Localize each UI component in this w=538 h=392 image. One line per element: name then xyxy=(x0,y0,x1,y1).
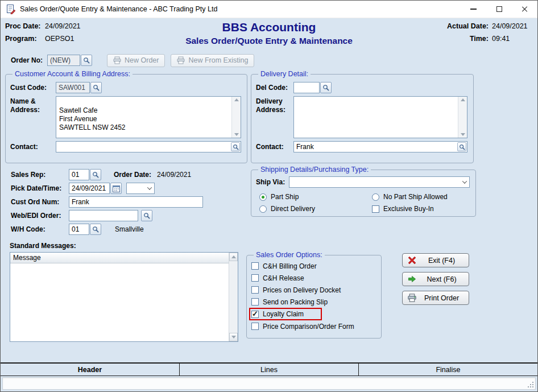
exclusive-buy-in-checkbox[interactable]: Exclusive Buy-In xyxy=(372,205,470,213)
scroll-up-button[interactable] xyxy=(229,253,238,261)
no-part-ship-radio[interactable]: No Part Ship Allowed xyxy=(372,193,470,201)
prices-on-delivery-docket-checkbox[interactable]: Prices on Delivery Docket xyxy=(251,284,375,296)
checkbox-icon xyxy=(251,323,259,330)
order-no-row: Order No: (NEW) New Order New From Exist… xyxy=(11,53,254,67)
app-title: BBS Accounting xyxy=(120,20,418,34)
pick-time-combobox[interactable] xyxy=(126,183,155,194)
prices-on-delivery-docket-label: Prices on Delivery Docket xyxy=(263,286,341,294)
name-address-label: Name & Address: xyxy=(10,96,56,114)
print-order-button-label: Print Order xyxy=(420,294,463,302)
delivery-address-textarea[interactable] xyxy=(293,96,467,138)
delivery-detail-group: Delivery Detail: Del Code: Delivery Addr… xyxy=(251,70,474,163)
delivery-address-label: Delivery Address: xyxy=(256,96,293,114)
direct-delivery-label: Direct Delivery xyxy=(271,205,315,213)
radio-icon xyxy=(372,193,379,201)
billing-contact-label: Contact: xyxy=(10,143,56,151)
radio-icon xyxy=(259,205,267,213)
wh-code-field[interactable]: 01 xyxy=(69,224,89,235)
shipping-details-group-title: Shipping Details/Purchasing Type: xyxy=(258,166,371,174)
ch-release-checkbox[interactable]: C&H Release xyxy=(251,272,375,284)
loyalty-claim-checkbox[interactable]: Loyalty Claim xyxy=(249,308,322,320)
titlebar[interactable]: Sales Order/Quote Entry & Maintenance - … xyxy=(1,1,537,18)
scroll-down-icon xyxy=(231,336,236,339)
scroll-down-button[interactable] xyxy=(229,333,238,341)
print-order-button[interactable]: Print Order xyxy=(402,291,469,305)
standard-messages-listbox[interactable]: Message xyxy=(10,252,238,342)
messages-scrollbar[interactable] xyxy=(229,253,238,341)
del-code-field[interactable] xyxy=(293,82,320,93)
price-comparison-order-form-checkbox[interactable]: Price Comparison/Order Form xyxy=(251,320,375,332)
tab-header[interactable]: Header xyxy=(1,364,180,376)
minimize-icon xyxy=(470,9,477,9)
wh-code-lookup-button[interactable] xyxy=(90,224,101,235)
tab-finalise[interactable]: Finalise xyxy=(359,364,537,376)
tab-header-label: Header xyxy=(78,366,102,374)
new-order-label: New Order xyxy=(125,56,159,64)
tab-lines[interactable]: Lines xyxy=(180,364,359,376)
status-bar xyxy=(2,377,536,390)
header-left: Proc Date: 24/09/2021 Program: OEPSO1 xyxy=(5,22,81,43)
order-fields: Sales Rep: 01 Order Date: 24/09/2021 Pic… xyxy=(11,168,250,236)
maximize-icon xyxy=(496,6,502,12)
new-order-button: New Order xyxy=(107,54,165,67)
billing-contact-lookup-button[interactable] xyxy=(231,142,240,151)
pick-date-calendar-button[interactable] xyxy=(110,183,122,194)
wh-name-value: Smallville xyxy=(115,225,144,233)
actual-date-label: Actual Date: xyxy=(447,22,489,30)
del-code-lookup-button[interactable] xyxy=(320,82,332,93)
part-ship-radio[interactable]: Part Ship xyxy=(259,193,372,201)
delivery-contact-lookup-button[interactable] xyxy=(457,142,466,151)
ch-billing-order-checkbox[interactable]: C&H Billing Order xyxy=(251,260,375,272)
ship-via-combobox[interactable] xyxy=(289,176,470,188)
shipping-details-group: Shipping Details/Purchasing Type: Ship V… xyxy=(251,166,476,217)
billing-contact-field[interactable] xyxy=(56,141,241,152)
price-comparison-order-form-label: Price Comparison/Order Form xyxy=(263,323,354,331)
ch-billing-order-label: C&H Billing Order xyxy=(263,262,317,270)
resize-grip[interactable] xyxy=(527,381,534,388)
sales-rep-label: Sales Rep: xyxy=(11,171,69,179)
web-edi-order-field[interactable] xyxy=(69,210,138,221)
checkbox-icon xyxy=(251,311,259,318)
pick-date-field[interactable]: 24/09/2021 xyxy=(69,183,110,194)
radio-icon xyxy=(259,193,267,201)
delivery-address-scrollbar[interactable] xyxy=(458,97,467,138)
tab-finalise-label: Finalise xyxy=(436,366,460,374)
checkbox-icon xyxy=(251,262,259,270)
web-edi-lookup-button[interactable] xyxy=(141,210,152,221)
app-window: Sales Order/Quote Entry & Maintenance - … xyxy=(0,0,538,392)
scroll-up-icon xyxy=(461,98,465,101)
maximize-button[interactable] xyxy=(486,1,512,18)
sales-rep-field[interactable]: 01 xyxy=(69,169,89,180)
cust-code-lookup-button[interactable] xyxy=(90,82,102,93)
order-date-value: 24/09/2021 xyxy=(157,171,191,179)
order-no-lookup-button[interactable] xyxy=(81,55,92,66)
order-date-label: Order Date: xyxy=(114,171,151,179)
delivery-contact-label: Contact: xyxy=(256,143,293,151)
search-icon xyxy=(92,171,99,178)
program-value: OEPSO1 xyxy=(45,35,81,43)
search-icon xyxy=(92,226,99,233)
delivery-contact-field[interactable]: Frank xyxy=(293,141,467,152)
exit-button[interactable]: Exit (F4) xyxy=(402,253,469,267)
cust-code-field: SAW001 xyxy=(56,82,90,93)
no-part-ship-label: No Part Ship Allowed xyxy=(383,193,448,201)
name-address-textarea[interactable]: Sawtell Cafe First Avenue SAWTELL NSW 24… xyxy=(56,96,241,138)
checkbox-icon xyxy=(372,205,379,213)
del-code-label: Del Code: xyxy=(256,84,293,92)
cust-ord-num-field[interactable]: Frank xyxy=(69,196,203,208)
send-on-packing-slip-checkbox[interactable]: Send on Packing Slip xyxy=(251,296,375,308)
next-button[interactable]: Next (F6) xyxy=(402,272,469,286)
name-address-value: Sawtell Cafe First Avenue SAWTELL NSW 24… xyxy=(59,106,125,131)
name-address-scrollbar[interactable] xyxy=(231,97,241,138)
sales-rep-lookup-button[interactable] xyxy=(90,169,101,180)
close-button[interactable] xyxy=(512,1,537,18)
direct-delivery-radio[interactable]: Direct Delivery xyxy=(259,205,372,213)
minimize-button[interactable] xyxy=(461,1,486,18)
wh-code-label: W/H Code: xyxy=(11,225,69,233)
close-icon xyxy=(522,6,528,13)
send-on-packing-slip-label: Send on Packing Slip xyxy=(263,298,328,306)
search-icon xyxy=(143,212,150,219)
checkbox-icon xyxy=(251,274,259,282)
search-icon xyxy=(93,84,100,91)
program-label: Program: xyxy=(5,35,42,43)
